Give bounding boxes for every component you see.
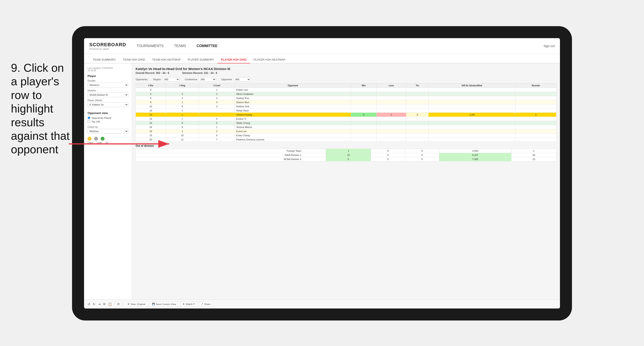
region-label: Region	[153, 78, 161, 81]
player-rank-select[interactable]: 8. Katelyn Vo	[88, 102, 128, 107]
watch-label: Watch	[186, 303, 192, 306]
cell-rounds	[515, 138, 556, 142]
cell-tie	[406, 129, 428, 133]
view-original-button[interactable]: 👁 View: Original	[125, 302, 147, 307]
opponent-label: Opponent	[221, 78, 232, 81]
cell-tie	[406, 133, 428, 138]
cell-opponent: Sharon Mun	[235, 100, 351, 104]
region-select[interactable]: (All)	[162, 77, 180, 82]
undo-icon[interactable]: ↺	[88, 302, 90, 306]
refresh-icon[interactable]: ⟳	[117, 302, 120, 306]
col-conf: # Conf	[199, 83, 235, 88]
ood-table-row[interactable]: NAIA Division 115009.26730	[136, 153, 556, 157]
table-row[interactable]: 31Esther Lee	[136, 88, 556, 92]
subnav-team-h2h-heatmap[interactable]: TEAM H2H HEATMAP	[149, 56, 184, 63]
table-row[interactable]: 1063Andrea York	[136, 104, 556, 109]
cell-div: 5	[136, 92, 166, 96]
redo-icon[interactable]: ↻	[93, 302, 96, 306]
watch-icon: 👁	[182, 303, 185, 306]
ood-table-row[interactable]: NCAA Division 25007.40010	[136, 157, 556, 161]
cell-diff	[428, 117, 516, 121]
subnav-team-h2h-grid[interactable]: TEAM H2H GRID	[120, 56, 149, 63]
sub-navigation: TEAM SUMMARY TEAM H2H GRID TEAM H2H HEAT…	[84, 54, 560, 63]
grid-title: Katelyn Vo Head-to-Head Grid for Women's…	[136, 67, 556, 71]
division-select[interactable]: NCAA Division III	[88, 92, 128, 97]
cell-diff	[428, 104, 516, 109]
paste-icon[interactable]: 📋	[108, 302, 112, 306]
sign-out-button[interactable]: Sign out	[544, 44, 555, 48]
cell-diff: -3.00	[428, 113, 516, 117]
cell-tie	[406, 104, 428, 109]
opponent-filter-group: Opponent (All)	[221, 77, 250, 82]
table-row[interactable]: 1822Euna Lee	[136, 129, 556, 133]
subnav-player-summary[interactable]: PLAYER SUMMARY	[184, 56, 218, 63]
cell-rounds	[515, 117, 556, 121]
col-reg: # Reg	[166, 83, 199, 88]
ood-table-row[interactable]: Foreign Team1004.5002	[136, 149, 556, 153]
cell-rounds	[515, 133, 556, 138]
cell-diff	[428, 129, 516, 133]
cell-tie	[406, 88, 428, 92]
col-loss: Loss	[376, 83, 406, 88]
step-number: 9.	[11, 61, 20, 74]
cell-loss: 1	[376, 113, 406, 117]
grid-records: Overall Record: 353 - 34 - 6 Division Re…	[136, 71, 556, 75]
division-record: Division Record: 331 - 34 - 6	[182, 71, 217, 75]
table-row[interactable]: 131Heejo Hyun	[136, 109, 556, 113]
subnav-player-h2h-grid[interactable]: PLAYER H2H GRID	[218, 56, 250, 63]
cell-conf: 2	[199, 129, 235, 133]
top-navigation: SCOREBOARD Powered by clippd TOURNAMENTS…	[84, 38, 560, 54]
nav-tournaments[interactable]: TOURNAMENTS	[137, 43, 164, 49]
table-row[interactable]: 1585Stella Chang	[136, 121, 556, 125]
share-button[interactable]: ↗ Share	[199, 302, 212, 307]
nav-teams[interactable]: TEAMS	[174, 43, 186, 49]
table-row[interactable]: 522Alexis Sudjianto	[136, 92, 556, 96]
cell-rounds	[515, 96, 556, 100]
cell-rounds	[515, 104, 556, 109]
cell-win	[351, 117, 376, 121]
col-diff: Diff Av Strokes/Rnd	[428, 83, 516, 88]
cell-opponent: Euna Lee	[235, 129, 351, 133]
colour-by-select[interactable]: Win/loss	[88, 129, 128, 134]
cell-opponent: Andrea York	[235, 104, 351, 109]
table-row[interactable]: 1474Eunice Yi	[136, 117, 556, 121]
table-row[interactable]: 914Sharon Mun	[136, 100, 556, 104]
cell-conf: 6	[199, 133, 235, 138]
top-100-option[interactable]: Top 100	[88, 120, 128, 123]
forward-icon[interactable]: ⇥	[98, 302, 101, 306]
watch-button[interactable]: 👁 Watch ▾	[180, 302, 197, 307]
gender-select[interactable]: Women's	[88, 83, 128, 87]
cell-conf: 3	[199, 96, 235, 100]
table-row[interactable]: 613Sydney Kuo	[136, 96, 556, 100]
cell-rounds	[515, 129, 556, 133]
cell-opponent: Jessica Huang	[235, 113, 351, 117]
cell-reg: 10	[166, 133, 199, 138]
table-row[interactable]: 20117Federica Domecq Lacroze	[136, 138, 556, 142]
cell-conf: 3	[199, 104, 235, 109]
cell-reg: 2	[166, 92, 199, 96]
col-tie: Tie	[406, 83, 428, 88]
conference-select[interactable]: (All)	[199, 77, 216, 82]
conference-filter-group: Conference (All)	[185, 77, 216, 82]
updated-time: 16:55:38	[88, 69, 128, 72]
nav-links: TOURNAMENTS TEAMS COMMITTEE	[137, 43, 544, 49]
cell-div: 14	[136, 117, 166, 121]
sidebar: Last Updated: 27/03/2024 16:55:38 Player…	[84, 63, 132, 299]
cell-conf: 1	[199, 125, 235, 129]
cell-reg: 1	[166, 100, 199, 104]
nav-committee[interactable]: COMMITTEE	[196, 43, 218, 49]
table-row[interactable]: 19106Emily Chang	[136, 133, 556, 138]
cell-loss	[376, 138, 406, 142]
save-custom-view-button[interactable]: 💾 Save Custom View	[150, 302, 178, 307]
subnav-player-h2h-heatmap[interactable]: PLAYER H2H HEATMAP	[250, 56, 288, 63]
table-row[interactable]: 1691Jessica Mason	[136, 125, 556, 129]
subnav-team-summary[interactable]: TEAM SUMMARY	[89, 56, 120, 63]
table-row[interactable]: 131Jessica Huang010-3.002	[136, 113, 556, 117]
opponent-select[interactable]: (All)	[233, 77, 250, 82]
cell-loss	[376, 96, 406, 100]
cell-tie	[406, 92, 428, 96]
opponents-played-option[interactable]: Opponents Played	[88, 116, 128, 119]
cell-reg: 8	[166, 121, 199, 125]
copy-icon[interactable]: ⧉	[103, 302, 106, 306]
out-of-division-table: Foreign Team1004.5002NAIA Division 11500…	[136, 149, 556, 161]
